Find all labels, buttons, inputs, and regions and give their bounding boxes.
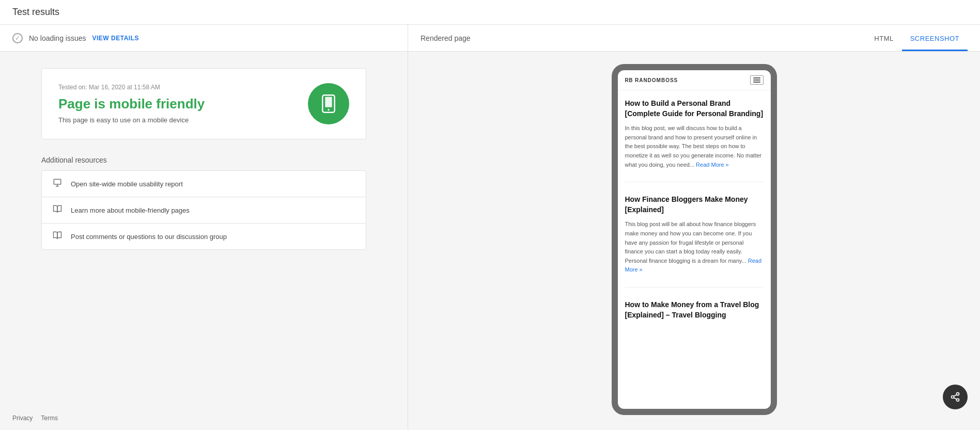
- rendered-page-label: Rendered page: [421, 34, 471, 42]
- blog-post-1-excerpt: In this blog post, we will discuss how t…: [625, 124, 764, 169]
- result-title: Page is mobile friendly: [58, 96, 205, 112]
- svg-rect-3: [54, 179, 61, 184]
- tab-screenshot[interactable]: SCREENSHOT: [902, 27, 968, 51]
- svg-point-6: [957, 399, 959, 401]
- hamburger-menu[interactable]: [750, 75, 764, 85]
- hamburger-line-3: [753, 82, 760, 83]
- tab-html[interactable]: HTML: [866, 27, 901, 51]
- usability-icon: [52, 178, 63, 189]
- result-card: Tested on: Mar 16, 2020 at 11:58 AM Page…: [41, 68, 366, 139]
- resource-text-learn: Learn more about mobile-friendly pages: [71, 206, 190, 214]
- phone-nav: RB RANDOMBOSS: [618, 70, 771, 90]
- resource-text-usability: Open site-wide mobile usability report: [71, 180, 183, 188]
- view-tabs: HTML SCREENSHOT: [866, 25, 968, 51]
- svg-point-5: [952, 396, 954, 399]
- learn-icon: [52, 204, 63, 216]
- resources-card: Open site-wide mobile usability report L…: [41, 170, 366, 250]
- mobile-friendly-icon: [308, 83, 349, 124]
- result-info: Tested on: Mar 16, 2020 at 11:58 AM Page…: [58, 84, 205, 124]
- hamburger-line-1: [753, 77, 760, 78]
- phone-mockup: RB RANDOMBOSS How to Build: [612, 64, 777, 415]
- blog-post-1-excerpt-text: In this blog post, we will discuss how t…: [625, 125, 762, 167]
- main-layout: ✓ No loading issues VIEW DETAILS Tested …: [0, 25, 980, 430]
- view-details-link[interactable]: VIEW DETAILS: [92, 35, 139, 42]
- terms-link[interactable]: Terms: [41, 415, 58, 422]
- blog-post-2: How Finance Bloggers Make Money [Explain…: [625, 195, 764, 288]
- blog-post-1-read-more[interactable]: Read More »: [696, 162, 729, 168]
- right-panel: Rendered page HTML SCREENSHOT RB RANDOMB…: [408, 25, 980, 430]
- blog-post-3-title: How to Make Money from a Travel Blog [Ex…: [625, 300, 764, 320]
- left-footer: Privacy Terms: [12, 415, 58, 422]
- svg-line-7: [954, 397, 957, 399]
- tested-on-text: Tested on: Mar 16, 2020 at 11:58 AM: [58, 84, 205, 91]
- phone-body: How to Build a Personal Brand [Complete …: [618, 90, 771, 409]
- no-issues-text: No loading issues: [29, 34, 86, 42]
- svg-line-8: [954, 394, 957, 396]
- blog-post-1: How to Build a Personal Brand [Complete …: [625, 99, 764, 182]
- hamburger-line-2: [753, 79, 760, 81]
- top-bar: Test results: [0, 0, 980, 25]
- logo-rb: RB: [625, 77, 633, 83]
- blog-post-2-excerpt-text: This blog post will be all about how fin…: [625, 221, 756, 263]
- share-fab[interactable]: [943, 385, 968, 409]
- right-top-bar: Rendered page HTML SCREENSHOT: [408, 25, 980, 52]
- resource-item-learn[interactable]: Learn more about mobile-friendly pages: [42, 197, 366, 224]
- resource-text-discussion: Post comments or questions to our discus…: [71, 233, 227, 241]
- additional-resources-title: Additional resources: [41, 156, 366, 164]
- discussion-icon: [52, 231, 63, 242]
- blog-post-1-title: How to Build a Personal Brand [Complete …: [625, 99, 764, 119]
- additional-resources: Additional resources Open site-wide mobi…: [41, 156, 366, 250]
- phone-screen: RB RANDOMBOSS How to Build: [618, 70, 771, 409]
- check-icon: ✓: [12, 33, 23, 43]
- svg-point-4: [957, 393, 959, 395]
- left-panel: ✓ No loading issues VIEW DETAILS Tested …: [0, 25, 408, 430]
- logo-name: RANDOMBOSS: [635, 77, 678, 83]
- svg-point-2: [328, 109, 329, 110]
- page-title: Test results: [12, 7, 59, 18]
- right-content: RB RANDOMBOSS How to Build: [408, 52, 980, 430]
- left-content: Tested on: Mar 16, 2020 at 11:58 AM Page…: [0, 52, 408, 430]
- phone-logo: RB RANDOMBOSS: [625, 77, 678, 83]
- svg-rect-1: [325, 97, 332, 107]
- resource-item-discussion[interactable]: Post comments or questions to our discus…: [42, 224, 366, 249]
- blog-post-2-title: How Finance Bloggers Make Money [Explain…: [625, 195, 764, 215]
- status-bar: ✓ No loading issues VIEW DETAILS: [0, 25, 408, 52]
- blog-post-2-excerpt: This blog post will be all about how fin…: [625, 220, 764, 275]
- resource-item-usability[interactable]: Open site-wide mobile usability report: [42, 171, 366, 197]
- blog-post-3: How to Make Money from a Travel Blog [Ex…: [625, 300, 764, 338]
- privacy-link[interactable]: Privacy: [12, 415, 33, 422]
- result-description: This page is easy to use on a mobile dev…: [58, 116, 205, 124]
